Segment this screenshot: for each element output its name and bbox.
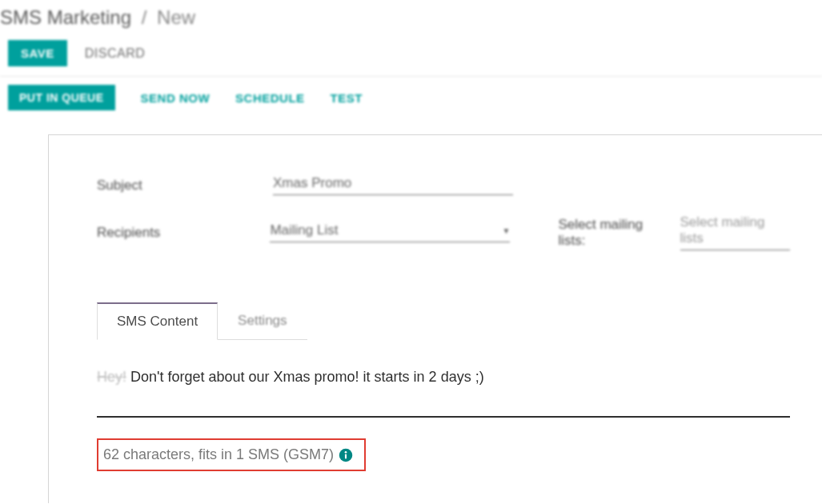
subject-row: Subject Xmas Promo (97, 175, 790, 195)
subject-label: Subject (97, 178, 273, 194)
tab-sms-content[interactable]: SMS Content (97, 302, 218, 340)
put-in-queue-button[interactable]: PUT IN QUEUE (8, 85, 115, 110)
schedule-button[interactable]: SCHEDULE (235, 91, 305, 105)
sms-body-text: Don't forget about our Xmas promo! it st… (126, 369, 484, 385)
sms-body-underline (97, 416, 790, 418)
recipients-label: Recipients (97, 225, 270, 241)
recipients-value: Mailing List (270, 222, 338, 238)
tabs: SMS Content Settings (97, 302, 307, 340)
breadcrumb: SMS Marketing / New (0, 0, 822, 34)
mailing-lists-col: Select mailing lists: Select mailing lis… (558, 214, 790, 250)
form-actions-bar: SAVE DISCARD (0, 34, 822, 76)
mailing-lists-label: Select mailing lists: (558, 217, 672, 249)
sms-counter: 62 characters, fits in 1 SMS (GSM7) (97, 438, 366, 471)
breadcrumb-root[interactable]: SMS Marketing (0, 6, 131, 28)
test-button[interactable]: TEST (331, 91, 363, 105)
recipients-select[interactable]: Mailing List ▼ (270, 222, 510, 242)
info-icon[interactable] (339, 448, 353, 462)
sms-counter-text: 62 characters, fits in 1 SMS (GSM7) (103, 446, 334, 463)
sms-body-textarea[interactable]: Hey! Don't forget about our Xmas promo! … (97, 369, 790, 386)
tab-settings[interactable]: Settings (218, 302, 307, 340)
mailing-lists-input[interactable]: Select mailing lists (680, 214, 790, 250)
subject-input[interactable]: Xmas Promo (273, 175, 513, 195)
recipients-row: Recipients Mailing List ▼ Select mailing… (97, 214, 790, 250)
svg-rect-1 (345, 454, 347, 458)
breadcrumb-separator: / (142, 6, 147, 28)
subject-value: Xmas Promo (273, 175, 351, 191)
status-bar: PUT IN QUEUE SEND NOW SCHEDULE TEST (0, 76, 822, 118)
svg-point-2 (345, 450, 347, 453)
send-now-button[interactable]: SEND NOW (141, 91, 211, 105)
sms-body-ghost: Hey! (97, 369, 126, 385)
form-sheet: Subject Xmas Promo Recipients Mailing Li… (48, 134, 822, 503)
discard-button[interactable]: DISCARD (85, 46, 146, 61)
breadcrumb-current: New (157, 6, 195, 28)
chevron-down-icon: ▼ (503, 226, 511, 235)
save-button[interactable]: SAVE (8, 40, 67, 66)
